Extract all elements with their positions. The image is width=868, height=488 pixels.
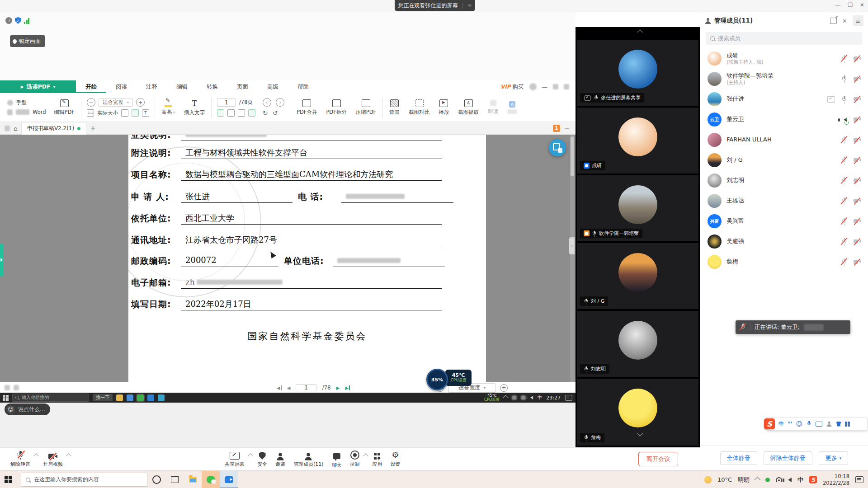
start-button[interactable] [5, 476, 12, 483]
page-number-input[interactable]: 1 [217, 99, 236, 107]
sogou-tray-icon[interactable]: S [809, 476, 817, 483]
edit-pdf-button[interactable]: ✎ 编辑PDF [50, 99, 79, 116]
video-tile[interactable]: 刘志明 [577, 311, 698, 377]
wechat-tray-icon[interactable] [765, 478, 770, 482]
play-button[interactable]: ▶ 播放 [434, 99, 453, 116]
weather-text[interactable]: 晴朗 [738, 476, 750, 484]
member-row[interactable]: 詹梅 [700, 252, 868, 272]
hand-tool[interactable]: 手型 [7, 99, 46, 106]
status-page-input[interactable]: 1 [296, 384, 316, 391]
zoom-out-icon[interactable]: − [87, 98, 95, 107]
zoom-level-select[interactable]: 适合宽度 ▾ [99, 98, 133, 107]
document-tab[interactable]: 申报书草稿V2.2(1) [21, 122, 86, 135]
tray-lang-indicator[interactable]: 中 [538, 394, 542, 401]
cpu-percent-ball[interactable]: 35% [426, 369, 448, 390]
fit-page-icon[interactable] [121, 109, 128, 117]
zoom-in-icon[interactable]: + [136, 98, 145, 107]
screenshot-extract-button[interactable]: A 截图提取 [453, 99, 483, 116]
blurred-tool-button[interactable]: A [503, 101, 522, 114]
prev-view-icon[interactable]: ⟨ [263, 98, 271, 107]
pdf-tab-advanced[interactable]: 高级 [258, 80, 288, 93]
video-tile[interactable]: 软件学院—郭培荣 [577, 175, 698, 241]
home-icon[interactable]: ⌂ [14, 125, 18, 132]
prev-page-icon[interactable]: ◀ [287, 385, 291, 390]
read-aloud-button[interactable]: 朗读 [483, 100, 503, 115]
security-shield-icon[interactable]: ✓ [15, 17, 21, 24]
next-page-icon[interactable]: ▶ [336, 385, 340, 390]
file-explorer-button[interactable] [184, 471, 202, 488]
pdf-document-area[interactable]: 亚类说明: 附注说明: 工程与材料领域共性软件支撑平台 项目名称: 数据与模型耦… [0, 135, 576, 382]
pdf-maximize-icon[interactable] [553, 84, 558, 89]
mic-muted-icon[interactable] [841, 177, 847, 184]
pdf-tab-annotate[interactable]: 注释 [137, 80, 167, 93]
sogou-logo-icon[interactable]: S [764, 418, 775, 429]
buy-vip-button[interactable]: S VIP 购买 [500, 83, 524, 91]
pdf-close-icon[interactable] [564, 84, 569, 89]
mic-options-caret[interactable] [33, 453, 38, 458]
more-button[interactable]: 更多 ▾ [819, 451, 849, 465]
actual-size-icon[interactable]: 1:1 [87, 109, 94, 117]
shared-search-button[interactable]: 搜一下 [93, 394, 113, 401]
info-icon[interactable]: i [5, 17, 12, 24]
input-lang-indicator[interactable]: 中 [797, 476, 803, 484]
video-tile[interactable]: 詹梅 [577, 379, 698, 446]
camera-off-icon[interactable] [854, 117, 861, 122]
settings-button[interactable]: ⚙ 设置 [387, 450, 405, 468]
mic-muted-icon[interactable] [841, 55, 847, 62]
translate-float-button[interactable] [549, 139, 566, 156]
mic-muted-icon[interactable] [841, 238, 847, 245]
member-row[interactable]: 成研(联席主持人, 我) [700, 48, 868, 69]
camera-off-icon[interactable] [854, 158, 861, 163]
watching-banner[interactable]: 您正在观看张仕进的屏幕 ≡ [395, 0, 475, 11]
fit-width-icon[interactable] [132, 109, 139, 117]
taskbar-clock[interactable]: 10:18 2022/2/28 [823, 473, 849, 486]
select-tool-icon[interactable] [7, 109, 13, 115]
member-row[interactable]: 王雄达 [700, 191, 868, 211]
panel-menu-icon[interactable]: ≡ [853, 15, 863, 26]
document-scrollbar[interactable] [570, 135, 575, 382]
invite-button[interactable]: 邀请 [271, 450, 289, 468]
pdf-tab-help[interactable]: 帮助 [288, 80, 318, 93]
view-facing-icon[interactable] [227, 109, 235, 117]
emoji-icon[interactable]: ☺ [796, 420, 803, 427]
meeting-taskbar-button[interactable] [220, 471, 238, 488]
scrollbar-thumb[interactable] [571, 136, 574, 176]
mute-all-button[interactable]: 全体静音 [720, 451, 757, 465]
danmaku-input[interactable]: ☺ 说点什么... [5, 404, 50, 415]
taskbar-search-input[interactable]: 在这里输入你要搜索的内容 [21, 473, 147, 487]
mic-muted-icon[interactable] [841, 258, 847, 266]
cpu-temp-panel[interactable]: 45℃ CPU温度 [445, 370, 472, 386]
member-row[interactable]: 吴逾强 [700, 231, 868, 252]
account-avatar[interactable] [529, 83, 537, 90]
fit-text-icon[interactable]: T [142, 109, 149, 117]
side-panel-handle[interactable] [0, 244, 4, 277]
shared-cpu-tray[interactable]: 45℃ CPU温度 [484, 394, 500, 402]
manage-members-button[interactable]: 管理成员(11) [289, 450, 328, 468]
shared-notification-icon[interactable] [565, 395, 572, 401]
lock-screen-button[interactable]: 锁定画面 [10, 35, 45, 47]
member-row[interactable]: 云卫 董云卫 [700, 109, 868, 130]
record-button[interactable]: 录制 [346, 450, 364, 468]
camera-off-icon[interactable] [854, 56, 861, 61]
leave-meeting-button[interactable]: 离开会议 [638, 452, 678, 466]
view-continuous-icon[interactable] [248, 109, 255, 117]
toolbox-icon[interactable] [845, 422, 850, 427]
shared-search-box[interactable]: 输入你想搜的 [12, 394, 89, 402]
tray-expand-icon[interactable] [503, 395, 509, 401]
camera-off-icon[interactable] [854, 198, 861, 204]
actual-size-label[interactable]: 实际大小 [97, 110, 118, 117]
volume-icon[interactable] [788, 478, 792, 482]
pdf-split-button[interactable]: PDF拆分 [321, 99, 351, 116]
camera-off-icon[interactable] [854, 97, 861, 102]
pdf-minimize-icon[interactable]: — [542, 84, 548, 90]
sogou-input-bar[interactable]: S 中 °’ ☺ [766, 417, 868, 431]
pdf-merge-button[interactable]: PDF合并 [292, 99, 321, 116]
member-row[interactable]: 兴富 吴兴富 [700, 211, 868, 231]
pdf-tab-convert[interactable]: 转换 [197, 80, 227, 93]
share-options-caret[interactable] [248, 453, 253, 458]
highlight-button[interactable]: ✎ 高亮▾ [157, 99, 179, 116]
view-grid-icon[interactable] [238, 109, 245, 117]
camera-off-icon[interactable] [854, 219, 861, 224]
popout-icon[interactable] [830, 18, 837, 24]
apps-button[interactable]: 应用 [368, 450, 387, 468]
